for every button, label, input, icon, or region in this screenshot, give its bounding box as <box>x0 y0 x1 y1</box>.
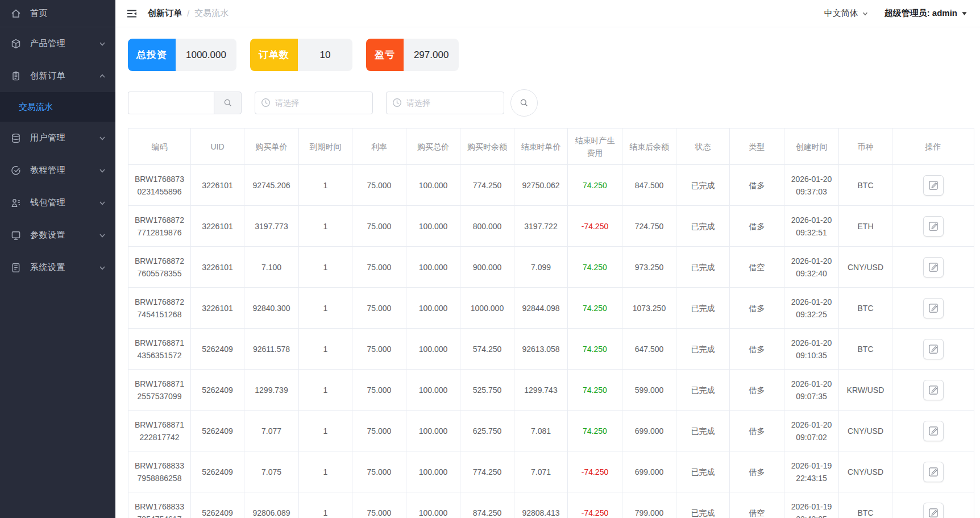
edit-button[interactable] <box>923 298 944 318</box>
cell-end-fee: -74.250 <box>568 451 622 492</box>
cell-currency: ETH <box>839 206 892 247</box>
collapse-menu-icon[interactable] <box>126 8 138 19</box>
search-submit-button[interactable] <box>510 89 538 117</box>
sidebar-item-tutorial[interactable]: 教程管理 <box>0 154 115 187</box>
cell-status: 已完成 <box>676 165 730 206</box>
cell-balance-at-buy: 900.000 <box>460 247 514 288</box>
cell-actions <box>892 206 974 247</box>
cell-end-fee: 74.250 <box>568 247 622 288</box>
cell-end-price: 92750.062 <box>514 165 568 206</box>
cell-currency: BTC <box>839 288 892 329</box>
table-header-row: 编码UID购买单价到期时间利率购买总价购买时余额结束时单价结束时产生费用结束后余… <box>128 129 974 165</box>
sidebar-item-label: 钱包管理 <box>30 197 98 208</box>
cell-uid: 5262409 <box>191 370 244 411</box>
cell-end-price: 92844.098 <box>514 288 568 329</box>
edit-button[interactable] <box>923 462 944 482</box>
edit-button[interactable] <box>923 380 944 400</box>
user-menu[interactable]: 超级管理员: admin <box>885 8 967 19</box>
home-icon <box>10 8 22 19</box>
product-icon <box>10 38 22 49</box>
order-icon <box>10 71 22 82</box>
column-header: UID <box>191 129 244 165</box>
user-label: 超级管理员: admin <box>885 8 957 19</box>
cell-expire: 1 <box>299 492 352 518</box>
tutorial-icon <box>10 165 22 176</box>
sidebar-subitem-trade-flow[interactable]: 交易流水 <box>0 92 115 122</box>
sidebar-item-users[interactable]: 用户管理 <box>0 122 115 154</box>
column-header: 购买总价 <box>406 129 460 165</box>
cell-actions <box>892 247 974 288</box>
cell-type: 借多 <box>730 411 784 451</box>
language-selector[interactable]: 中文简体 <box>824 8 869 19</box>
cell-buy-price: 7.100 <box>244 247 299 288</box>
cell-end-price: 3197.722 <box>514 206 568 247</box>
breadcrumb-parent[interactable]: 创新订单 <box>148 8 182 19</box>
keyword-search-group <box>128 92 242 114</box>
sidebar-item-orders[interactable]: 创新订单 <box>0 60 115 92</box>
cell-buy-total: 100.000 <box>406 492 460 518</box>
table-row: BRW17688337854754617 5262409 92806.089 1… <box>128 492 974 518</box>
cell-balance-at-buy: 774.250 <box>460 451 514 492</box>
date-start-input[interactable] <box>255 92 373 114</box>
edit-icon <box>928 343 939 355</box>
sidebar-item-products[interactable]: 产品管理 <box>0 27 115 60</box>
edit-button[interactable] <box>923 216 944 237</box>
edit-icon <box>928 221 939 232</box>
cell-expire: 1 <box>299 451 352 492</box>
edit-button[interactable] <box>923 175 944 196</box>
table-row: BRW17688714356351572 5262409 92611.578 1… <box>128 329 974 370</box>
cell-actions <box>892 492 974 518</box>
edit-icon <box>928 180 939 191</box>
stats-row: 总投资 1000.000 订单数 10 盈亏 297.000 <box>128 39 974 71</box>
sidebar-item-params[interactable]: 参数设置 <box>0 219 115 251</box>
cell-balance-at-buy: 574.250 <box>460 329 514 370</box>
topbar: 创新订单 / 交易流水 中文简体 超级管理员: admin <box>115 0 980 27</box>
sidebar-item-home[interactable]: 首页 <box>0 0 115 27</box>
edit-button[interactable] <box>923 339 944 359</box>
sidebar-item-wallet[interactable]: 钱包管理 <box>0 187 115 219</box>
cell-actions <box>892 451 974 492</box>
cell-actions <box>892 288 974 329</box>
date-end-input[interactable] <box>386 92 504 114</box>
edit-icon <box>928 262 939 273</box>
cell-balance-at-buy: 625.750 <box>460 411 514 451</box>
cell-currency: CNY/USD <box>839 451 892 492</box>
sidebar-item-label: 系统设置 <box>30 262 98 273</box>
cell-uid: 5262409 <box>191 329 244 370</box>
cell-end-fee: 74.250 <box>568 165 622 206</box>
chevron-down-icon <box>98 167 106 175</box>
cell-code: BRW17688727454151268 <box>128 288 191 329</box>
cell-balance-after: 724.750 <box>622 206 676 247</box>
cell-buy-total: 100.000 <box>406 247 460 288</box>
orders-table: 编码UID购买单价到期时间利率购买总价购买时余额结束时单价结束时产生费用结束后余… <box>128 128 974 518</box>
cell-uid: 5262409 <box>191 451 244 492</box>
cell-end-price: 1299.743 <box>514 370 568 411</box>
cell-uid: 3226101 <box>191 206 244 247</box>
cell-expire: 1 <box>299 247 352 288</box>
cell-uid: 3226101 <box>191 165 244 206</box>
cell-end-fee: 74.250 <box>568 411 622 451</box>
cell-end-price: 7.099 <box>514 247 568 288</box>
cell-end-fee: -74.250 <box>568 206 622 247</box>
cell-currency: BTC <box>839 329 892 370</box>
main-column: 创新订单 / 交易流水 中文简体 超级管理员: admin 总投资 1000.0… <box>115 0 980 518</box>
edit-button[interactable] <box>923 257 944 277</box>
cell-balance-at-buy: 800.000 <box>460 206 514 247</box>
cell-buy-total: 100.000 <box>406 411 460 451</box>
cell-type: 借多 <box>730 165 784 206</box>
column-header: 结束后余额 <box>622 129 676 165</box>
edit-button[interactable] <box>923 421 944 441</box>
keyword-input[interactable] <box>128 92 214 114</box>
keyword-search-button[interactable] <box>214 92 242 114</box>
column-header: 类型 <box>730 129 784 165</box>
cell-code: BRW17688727605578355 <box>128 247 191 288</box>
edit-button[interactable] <box>923 503 944 518</box>
cell-status: 已完成 <box>676 288 730 329</box>
sidebar-item-system[interactable]: 系统设置 <box>0 251 115 284</box>
cell-buy-price: 1299.739 <box>244 370 299 411</box>
cell-buy-price: 92806.089 <box>244 492 299 518</box>
date-start-field <box>255 92 373 114</box>
cell-currency: KRW/USD <box>839 370 892 411</box>
column-header: 状态 <box>676 129 730 165</box>
cell-created: 2026-01-20 09:32:51 <box>784 206 839 247</box>
